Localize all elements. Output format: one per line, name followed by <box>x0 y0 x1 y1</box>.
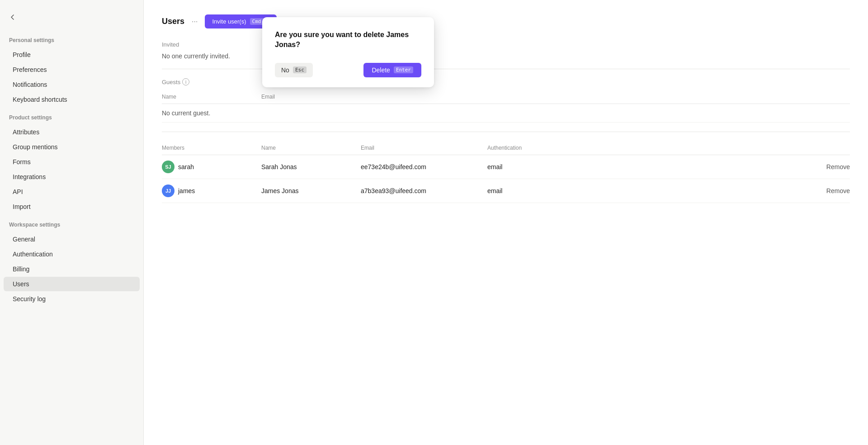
delete-confirm-modal: Are you sure you want to delete James Jo… <box>262 17 434 87</box>
modal-delete-button[interactable]: Delete Enter <box>363 63 421 77</box>
modal-question: Are you sure you want to delete James Jo… <box>275 30 421 50</box>
modal-delete-label: Delete <box>372 66 390 74</box>
modal-no-shortcut: Esc <box>293 66 307 73</box>
modal-no-label: No <box>281 66 289 74</box>
modal-no-button[interactable]: No Esc <box>275 63 313 77</box>
modal-actions: No Esc Delete Enter <box>275 63 421 77</box>
modal-delete-shortcut: Enter <box>394 66 413 73</box>
modal-overlay: Are you sure you want to delete James Jo… <box>0 0 868 445</box>
